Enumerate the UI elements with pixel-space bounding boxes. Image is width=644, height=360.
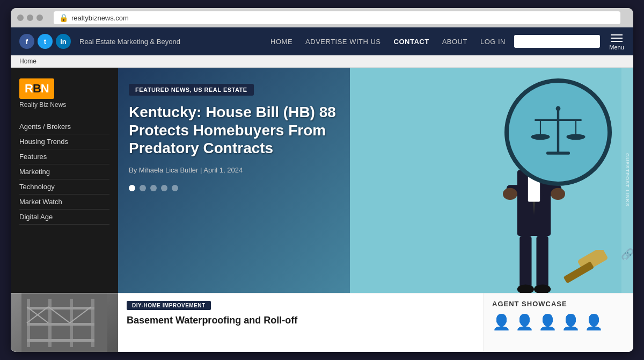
facebook-button[interactable]: f [19,34,34,49]
guestpost-strip: 🔗 GUESTPOST LINKS [621,68,633,293]
secondary-nav: Home [11,55,633,68]
menu-button[interactable]: Menu [609,32,625,51]
svg-point-7 [551,188,565,200]
window-controls [17,15,43,21]
article-badge: DIY-HOME IMPROVEMENT [127,301,211,310]
nav-contact[interactable]: CONTACT [394,38,429,46]
slide-dot-4[interactable] [161,185,167,191]
agent-icon-3: 👤 [538,313,557,331]
scales-circle [504,78,612,186]
guestpost-label: GUESTPOST LINKS [625,153,630,207]
sidebar-item-technology[interactable]: Technology [19,179,109,195]
svg-rect-13 [546,152,570,155]
sidebar-item-housing-trends[interactable]: Housing Trends [19,134,109,149]
logo-tagline: Realty Biz News [19,101,109,109]
svg-rect-29 [27,339,94,342]
browser-titlebar: 🔒 realtybiznews.com [11,8,633,27]
chain-icon: 🔗 [621,248,634,261]
svg-rect-14 [535,119,582,121]
nav-home[interactable]: HOME [270,38,292,46]
browser-content: f t in Real Estate Marketing & Beyond HO… [11,27,633,352]
hero-byline: By Mihaela Lica Butler | April 1, 2024 [129,166,350,174]
minimize-dot [27,15,33,21]
agent-showcase: AGENT SHOWCASE 👤 👤 👤 👤 👤 [483,293,633,352]
hero-badge: FEATURED NEWS, US REAL ESTATE [129,84,254,96]
slider-dots [129,185,350,191]
slide-dot-3[interactable] [150,185,157,191]
top-header: f t in Real Estate Marketing & Beyond HO… [11,27,633,55]
hero-content: FEATURED NEWS, US REAL ESTATE Kentucky: … [129,84,350,191]
browser-window: 🔒 realtybiznews.com f t in Real Estate M… [11,8,633,352]
main-nav: HOME ADVERTISE WITH US CONTACT ABOUT LOG… [270,38,506,46]
breadcrumb-home[interactable]: Home [19,57,36,65]
site-logo: RBN [19,78,54,99]
svg-point-19 [556,106,561,111]
svg-point-6 [503,188,517,200]
sidebar-item-digital-age[interactable]: Digital Age [19,210,109,225]
svg-rect-8 [519,236,531,290]
slide-dot-1[interactable] [129,185,135,191]
nav-advertise[interactable]: ADVERTISE WITH US [305,38,380,46]
hero-illustration [350,68,633,293]
sidebar-item-market-watch[interactable]: Market Watch [19,195,109,210]
sidebar-item-features[interactable]: Features [19,149,109,164]
linkedin-button[interactable]: in [56,34,71,49]
svg-rect-28 [27,323,94,326]
url-text: realtybiznews.com [71,14,129,22]
svg-rect-21 [564,261,595,283]
close-dot [17,15,24,21]
logo-area: RBN Realty Biz News [19,78,109,109]
agent-icon-4: 👤 [561,313,580,331]
main-area: RBN Realty Biz News Agents / Brokers Hou… [11,68,633,293]
bottom-article: DIY-HOME IMPROVEMENT Basement Waterproof… [118,293,483,352]
address-bar[interactable]: 🔒 realtybiznews.com [54,11,620,24]
lock-icon: 🔒 [59,13,68,22]
sidebar: RBN Realty Biz News Agents / Brokers Hou… [11,68,118,293]
bottom-section: DIY-HOME IMPROVEMENT Basement Waterproof… [11,293,633,352]
svg-rect-12 [557,109,559,153]
construction-image [21,293,107,352]
slide-dot-5[interactable] [172,185,178,191]
agent-icon-5: 👤 [584,313,603,331]
svg-rect-9 [536,236,548,290]
slide-dot-2[interactable] [140,185,146,191]
menu-label: Menu [609,44,624,51]
logo-b: B [33,82,41,95]
thumbnail-image [11,293,118,352]
nav-about[interactable]: ABOUT [442,38,467,46]
svg-rect-27 [27,307,94,309]
search-input[interactable] [514,35,600,48]
article-thumbnail [11,293,118,352]
logo-n: N [41,82,49,95]
sidebar-item-agents-brokers[interactable]: Agents / Brokers [19,119,109,134]
hero-slider: FEATURED NEWS, US REAL ESTATE Kentucky: … [118,68,633,293]
gavel-icon [558,250,612,287]
agent-showcase-title: AGENT SHOWCASE [492,300,625,308]
sidebar-nav: Agents / Brokers Housing Trends Features… [19,119,109,225]
hero-title: Kentucky: House Bill (HB) 88 Protects Ho… [129,103,350,157]
sidebar-item-marketing[interactable]: Marketing [19,164,109,179]
site-tagline: Real Estate Marketing & Beyond [79,38,262,46]
site-wrapper: f t in Real Estate Marketing & Beyond HO… [11,27,633,352]
agent-icon-2: 👤 [515,313,534,331]
article-title[interactable]: Basement Waterproofing and Roll-off [127,314,474,327]
social-icons: f t in [19,34,71,49]
nav-login[interactable]: LOG IN [480,38,506,46]
agent-icons: 👤 👤 👤 👤 👤 [492,313,625,331]
maximize-dot [36,15,43,21]
agent-icon-1: 👤 [492,313,511,331]
scales-icon [529,103,588,162]
twitter-button[interactable]: t [38,34,53,49]
logo-r: R [25,82,33,95]
